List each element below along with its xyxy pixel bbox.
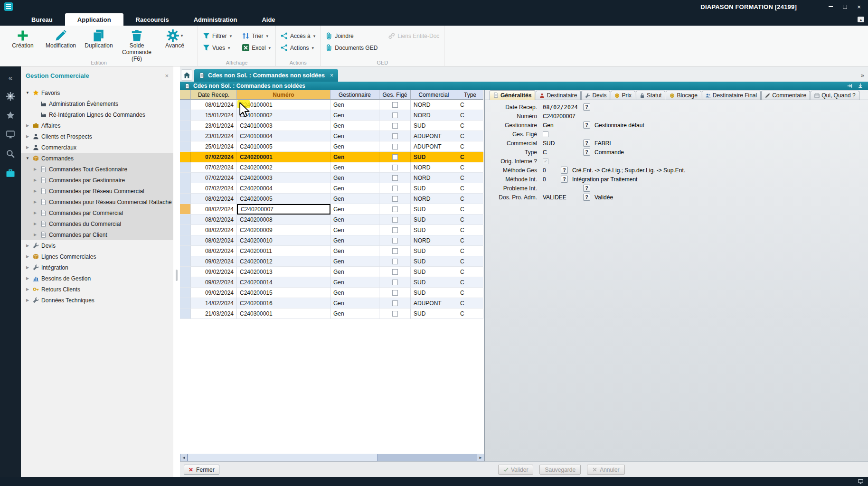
scroll-right-icon[interactable]: ► [477,454,484,461]
cell-numero[interactable]: C240200010 [237,235,330,246]
cell-commercial[interactable]: SUD [411,267,457,277]
cell-gestionnaire[interactable]: Gen [330,204,379,215]
expander-icon[interactable]: ▶ [25,287,30,291]
sidebar-item-besoins-de-gestion[interactable]: ▶Besoins de Gestion [21,273,173,284]
checkbox-icon[interactable] [392,290,398,296]
table-row[interactable]: 21/03/2024C240300001GenSUDC [180,308,484,319]
cell-gestionnaire[interactable]: Gen [330,131,379,141]
cell-date[interactable]: 08/01/2024 [191,100,237,110]
sidebar-item-commandes-du-commercial[interactable]: ▶Commandes du Commercial [21,218,173,229]
cell-date[interactable]: 08/02/2024 [191,246,237,256]
cell-type[interactable]: C [457,267,483,277]
cell-type[interactable]: C [457,225,483,235]
cell-date[interactable]: 08/02/2024 [191,194,237,204]
checkbox-icon[interactable] [392,311,398,317]
tab-blocage[interactable]: Blocage [666,91,701,100]
liens-entite-doc-button[interactable]: Liens Entité-Doc [388,32,439,39]
sidebar-item-commandes-par-gestionnaire[interactable]: ▶Commandes par Gestionnaire [21,175,173,186]
cell-numero[interactable]: C240300001 [237,308,330,319]
cell-date[interactable]: 08/02/2024 [191,235,237,246]
cell-ges-fige[interactable] [379,131,411,141]
table-row[interactable]: 08/02/2024C240200011GenSUDC [180,246,484,256]
cell-type[interactable]: C [457,183,483,194]
cell-type[interactable]: C [457,204,483,215]
help-button[interactable]: ? [561,176,568,183]
help-button[interactable]: ? [583,149,590,156]
cell-commercial[interactable]: ADUPONT [411,298,457,308]
checkbox-icon[interactable] [392,102,398,108]
row-gutter[interactable] [180,141,191,152]
row-gutter[interactable] [180,215,191,225]
cell-date[interactable]: 23/01/2024 [191,131,237,141]
row-gutter[interactable] [180,152,191,162]
cell-date[interactable]: 07/02/2024 [191,183,237,194]
cell-ges-fige[interactable] [379,162,411,173]
dropdown-arrow-icon[interactable]: ▾ [269,46,271,50]
cell-type[interactable]: C [457,110,483,121]
select-all-cell[interactable] [180,90,191,100]
cell-gestionnaire[interactable]: Gen [330,110,379,121]
dropdown-arrow-icon[interactable]: ▾ [313,34,316,38]
checkbox-ges-fige[interactable] [543,131,548,137]
table-row[interactable]: 08/02/2024C240200007GenSUDC [180,204,484,215]
column-header-numero[interactable]: Numéro [237,90,330,100]
sidebar-item-donnees-techniques[interactable]: ▶Données Techniques [21,295,173,306]
cell-numero[interactable]: C240200015 [237,288,330,298]
row-gutter[interactable] [180,110,191,121]
cell-date[interactable]: 07/02/2024 [191,152,237,162]
cell-gestionnaire[interactable]: Gen [330,308,379,319]
row-gutter[interactable] [180,131,191,141]
cell-type[interactable]: C [457,288,483,298]
cell-type[interactable]: C [457,162,483,173]
row-gutter[interactable] [180,288,191,298]
help-button[interactable]: ? [583,194,590,201]
scroll-left-icon[interactable]: ◄ [180,454,188,461]
tab-qui-quand[interactable]: Qui, Quand ? [811,91,859,100]
strip-desktop-button[interactable] [0,128,21,140]
expander-icon[interactable]: ▶ [32,167,38,171]
expander-icon[interactable]: ▶ [25,134,30,139]
panel-splitter[interactable] [173,66,180,477]
cell-date[interactable]: 15/01/2024 [191,110,237,121]
cell-type[interactable]: C [457,246,483,256]
cell-ges-fige[interactable] [379,246,411,256]
tab-statut[interactable]: Statut [636,91,665,100]
splitter-handle-icon[interactable] [176,270,178,281]
sidebar-item-retours-clients[interactable]: ▶Retours Clients [21,284,173,295]
tab-commentaire[interactable]: Commentaire [761,91,810,100]
cell-numero[interactable]: C240200008 [237,215,330,225]
checkbox-icon[interactable] [392,217,398,223]
cell-type[interactable]: C [457,308,483,319]
cell-date[interactable]: 14/02/2024 [191,298,237,308]
valider-button[interactable]: Valider [498,465,533,475]
filtrer-button[interactable]: Filtrer▾ [203,32,232,39]
help-button[interactable]: ? [583,185,590,192]
tab-destinataire[interactable]: Destinataire [536,91,581,100]
expander-icon[interactable]: ▼ [25,156,30,160]
trier-button[interactable]: Trier▾ [242,32,271,39]
cell-type[interactable]: C [457,256,483,267]
strip-commercial-module-button[interactable] [0,167,21,179]
table-row[interactable]: 08/01/2024C240100001GenNORDC [180,100,484,110]
menu-tab-aide[interactable]: Aide [249,13,287,26]
cell-date[interactable]: 09/02/2024 [191,277,237,288]
cell-ges-fige[interactable] [379,100,411,110]
dropdown-arrow-icon[interactable]: ▾ [230,34,232,38]
cell-ges-fige[interactable] [379,121,411,131]
checkbox-icon[interactable] [392,300,398,306]
cell-ges-fige[interactable] [379,288,411,298]
tab-generalites[interactable]: Généralités [490,90,535,100]
column-header-commercial[interactable]: Commercial [411,90,457,100]
cell-ges-fige[interactable] [379,308,411,319]
cell-gestionnaire[interactable]: Gen [330,141,379,152]
cell-date[interactable]: 25/01/2024 [191,141,237,152]
cell-commercial[interactable]: SUD [411,215,457,225]
cell-commercial[interactable]: NORD [411,110,457,121]
expander-icon[interactable]: ▶ [32,211,38,215]
cell-type[interactable]: C [457,100,483,110]
cell-commercial[interactable]: NORD [411,173,457,183]
checkbox-icon[interactable] [392,186,398,191]
cell-numero[interactable]: C240100002 [237,110,330,121]
acces-a-button[interactable]: Accès à▾ [281,32,315,39]
help-button[interactable]: ? [583,122,590,129]
